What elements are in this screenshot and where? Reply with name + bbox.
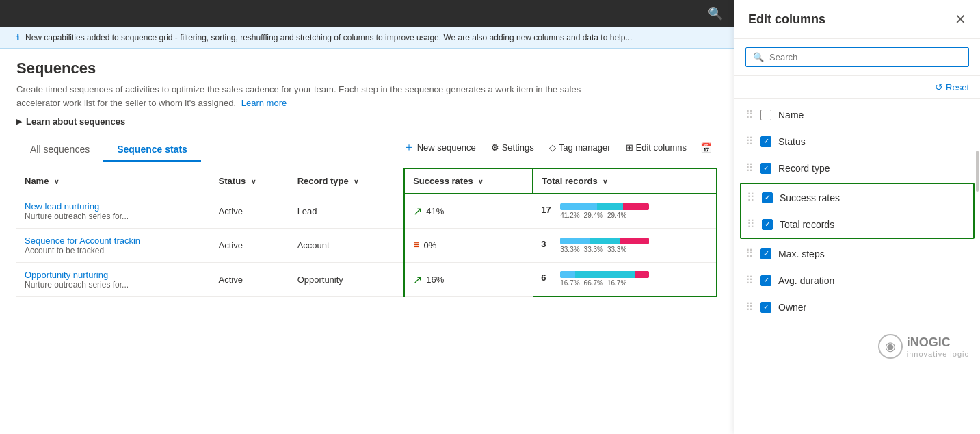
total-num-0: 17 [541, 203, 555, 215]
column-item-record-type: ⠿ ✓ Record type [734, 155, 980, 181]
drag-handle-icon[interactable]: ⠿ [745, 301, 754, 314]
reset-button[interactable]: ↺ Reset [935, 81, 969, 92]
panel-search-input[interactable] [769, 52, 962, 62]
drag-handle-icon[interactable]: ⠿ [747, 218, 755, 231]
checkbox-name[interactable] [760, 110, 771, 120]
column-label-max-steps: Max. steps [778, 248, 825, 259]
col-header-total-records[interactable]: Total records ∨ [533, 168, 717, 194]
columns-icon: ⊞ [626, 142, 633, 153]
table-row: Sequence for Account trackin Account to … [16, 228, 717, 262]
row-record-type: Lead [289, 194, 405, 228]
column-label-status: Status [778, 136, 806, 147]
column-item-avg-duration: ⠿ ✓ Avg. duration [734, 267, 980, 294]
col-header-name[interactable]: Name ∨ [16, 168, 211, 194]
sort-icon-total: ∨ [602, 178, 607, 186]
checkbox-avg-duration[interactable]: ✓ [760, 275, 771, 286]
columns-list: ⠿ Name ⠿ ✓ Status ⠿ ✓ Record type ⠿ [734, 99, 980, 434]
row-record-type: Opportunity [289, 262, 405, 296]
watermark-text: innovative logic [907, 350, 969, 358]
column-item-success-rates: ⠿ ✓ Success rates [741, 184, 973, 211]
drag-handle-icon[interactable]: ⠿ [747, 191, 755, 204]
checkbox-max-steps[interactable]: ✓ [760, 248, 771, 259]
trend-icon-0: ↗ [413, 205, 422, 218]
col-header-success-rates[interactable]: Success rates ∨ [404, 168, 533, 194]
column-label-total-records: Total records [780, 219, 834, 230]
row-name-main[interactable]: Sequence for Account trackin [25, 235, 202, 246]
success-rate-0: 41% [426, 206, 444, 216]
drag-handle-icon[interactable]: ⠿ [745, 108, 754, 121]
sort-icon-status: ∨ [251, 178, 256, 186]
edit-columns-panel: Edit columns ✕ 🔍 ↺ Reset ⠿ Name ⠿ ✓ [734, 0, 980, 434]
row-record-type: Account [289, 228, 405, 262]
column-label-avg-duration: Avg. duration [778, 275, 834, 286]
checkbox-total-records[interactable]: ✓ [762, 219, 773, 230]
plus-icon: ＋ [403, 140, 414, 155]
calendar-button[interactable]: 📅 [695, 138, 717, 157]
column-label-name: Name [778, 110, 804, 120]
tab-sequence-stats[interactable]: Sequence stats [103, 138, 201, 162]
drag-handle-icon[interactable]: ⠿ [745, 274, 754, 287]
column-label-owner: Owner [778, 302, 806, 313]
checkbox-status[interactable]: ✓ [760, 136, 771, 147]
panel-search-icon: 🔍 [753, 52, 764, 62]
row-status: Active [211, 228, 289, 262]
row-status: Active [211, 262, 289, 296]
column-item-max-steps: ⠿ ✓ Max. steps [734, 240, 980, 267]
drag-handle-icon[interactable]: ⠿ [745, 162, 754, 175]
info-icon: ℹ [16, 33, 20, 42]
trend-icon-1: ≡ [413, 239, 419, 251]
close-button[interactable]: ✕ [955, 11, 966, 27]
watermark-brand: iNOGIC [907, 335, 969, 350]
page-title: Sequences [16, 60, 717, 77]
sequences-table: Name ∨ Status ∨ Record type ∨ Success [16, 168, 717, 434]
column-label-record-type: Record type [778, 163, 830, 174]
success-rate-2: 16% [426, 275, 444, 285]
row-name-sub: Account to be tracked [25, 246, 202, 255]
table-row: New lead nurturing Nurture outreach seri… [16, 194, 717, 228]
drag-handle-icon[interactable]: ⠿ [745, 247, 754, 260]
tab-all-sequences[interactable]: All sequences [16, 138, 103, 162]
column-item-owner: ⠿ ✓ Owner [734, 294, 980, 320]
learn-more-link[interactable]: Learn more [241, 98, 287, 108]
checkbox-success-rates[interactable]: ✓ [762, 192, 773, 203]
search-icon: 🔍 [708, 6, 723, 21]
checkbox-record-type[interactable]: ✓ [760, 163, 771, 174]
column-label-success-rates: Success rates [780, 192, 840, 203]
panel-title: Edit columns [748, 12, 825, 27]
calendar-icon: 📅 [700, 142, 712, 153]
drag-handle-icon[interactable]: ⠿ [745, 135, 754, 148]
chevron-right-icon: ▶ [16, 118, 22, 125]
row-name-sub: Nurture outreach series for... [25, 280, 202, 290]
total-num-1: 3 [541, 238, 555, 249]
row-status: Active [211, 194, 289, 228]
watermark: ◉ iNOGIC innovative logic [734, 320, 980, 364]
total-num-2: 6 [541, 271, 555, 283]
success-rate-1: 0% [424, 240, 437, 251]
row-name-sub: Nurture outreach series for... [25, 212, 202, 221]
tag-manager-button[interactable]: ◇ Tag manager [542, 138, 618, 157]
trend-icon-2: ↗ [413, 273, 422, 286]
checkbox-owner[interactable]: ✓ [760, 302, 771, 313]
info-bar: ℹ New capabilities added to sequence gri… [0, 27, 734, 49]
col-header-status[interactable]: Status ∨ [211, 168, 289, 194]
table-row: Opportunity nurturing Nurture outreach s… [16, 262, 717, 296]
info-message: New capabilities added to sequence grid … [25, 33, 632, 42]
col-header-record-type[interactable]: Record type ∨ [289, 168, 405, 194]
settings-button[interactable]: ⚙ Settings [484, 138, 541, 157]
edit-columns-button[interactable]: ⊞ Edit columns [619, 138, 693, 157]
row-name-main[interactable]: New lead nurturing [25, 201, 202, 212]
settings-icon: ⚙ [491, 142, 499, 153]
sort-icon-record-type: ∨ [354, 178, 358, 186]
sort-icon-name: ∨ [54, 178, 59, 186]
learn-about-sequences[interactable]: ▶ Learn about sequences [16, 116, 717, 127]
column-item-total-records: ⠿ ✓ Total records [741, 211, 973, 238]
row-name-main[interactable]: Opportunity nurturing [25, 270, 202, 280]
column-item-name: ⠿ Name [734, 101, 980, 128]
new-sequence-button[interactable]: ＋ New sequence [397, 136, 483, 159]
column-item-status: ⠿ ✓ Status [734, 128, 980, 155]
sort-icon-success: ∨ [478, 178, 483, 186]
reset-icon: ↺ [935, 81, 943, 92]
page-description: Create timed sequences of activities to … [16, 83, 598, 110]
tag-icon: ◇ [549, 142, 556, 153]
